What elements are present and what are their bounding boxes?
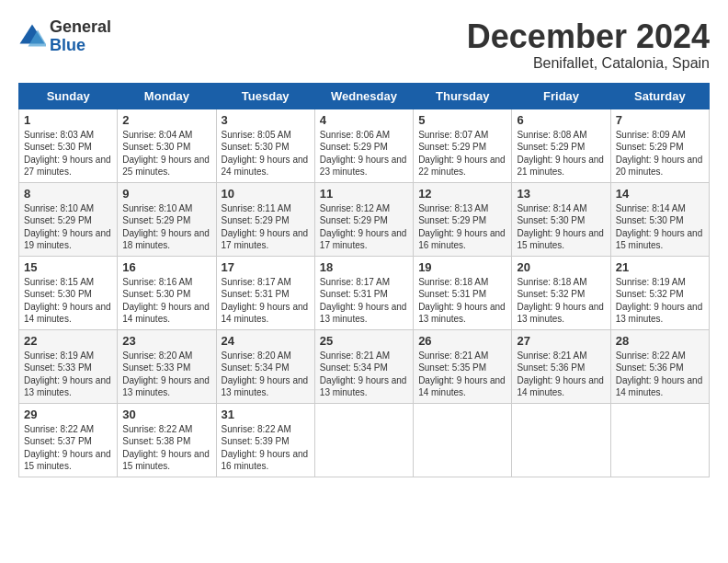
- calendar-week-row: 15 Sunrise: 8:15 AMSunset: 5:30 PMDaylig…: [19, 256, 710, 329]
- day-info: Sunrise: 8:22 AMSunset: 5:39 PMDaylight:…: [222, 423, 310, 473]
- calendar-cell: [610, 403, 709, 477]
- day-info: Sunrise: 8:21 AMSunset: 5:35 PMDaylight:…: [418, 350, 506, 399]
- day-info: Sunrise: 8:06 AMSunset: 5:29 PMDaylight:…: [320, 129, 408, 178]
- day-info: Sunrise: 8:07 AMSunset: 5:29 PMDaylight:…: [418, 129, 506, 178]
- day-info: Sunrise: 8:18 AMSunset: 5:32 PMDaylight:…: [517, 276, 605, 326]
- day-info: Sunrise: 8:17 AMSunset: 5:31 PMDaylight:…: [320, 276, 408, 326]
- day-info: Sunrise: 8:05 AMSunset: 5:30 PMDaylight:…: [222, 129, 310, 178]
- day-number: 27: [517, 334, 605, 348]
- calendar-cell: 2 Sunrise: 8:04 AMSunset: 5:30 PMDayligh…: [118, 109, 216, 182]
- calendar-cell: 3 Sunrise: 8:05 AMSunset: 5:30 PMDayligh…: [216, 109, 314, 182]
- calendar-cell: 28 Sunrise: 8:22 AMSunset: 5:36 PMDaylig…: [610, 329, 709, 403]
- calendar-cell: 1 Sunrise: 8:03 AMSunset: 5:30 PMDayligh…: [19, 109, 118, 182]
- day-number: 21: [616, 260, 704, 274]
- title-area: December 2024 Benifallet, Catalonia, Spa…: [467, 18, 710, 72]
- day-number: 10: [222, 187, 310, 201]
- day-info: Sunrise: 8:22 AMSunset: 5:37 PMDaylight:…: [24, 423, 112, 473]
- calendar-table: SundayMondayTuesdayWednesdayThursdayFrid…: [18, 83, 710, 477]
- calendar-cell: 15 Sunrise: 8:15 AMSunset: 5:30 PMDaylig…: [19, 256, 118, 329]
- calendar-cell: 8 Sunrise: 8:10 AMSunset: 5:29 PMDayligh…: [19, 182, 118, 256]
- day-info: Sunrise: 8:10 AMSunset: 5:29 PMDaylight:…: [24, 202, 112, 252]
- calendar-cell: 31 Sunrise: 8:22 AMSunset: 5:39 PMDaylig…: [216, 403, 314, 477]
- day-number: 28: [616, 334, 704, 348]
- day-info: Sunrise: 8:19 AMSunset: 5:32 PMDaylight:…: [616, 276, 704, 326]
- calendar-cell: 25 Sunrise: 8:21 AMSunset: 5:34 PMDaylig…: [314, 329, 413, 403]
- day-info: Sunrise: 8:15 AMSunset: 5:30 PMDaylight:…: [24, 276, 112, 326]
- weekday-header: Tuesday: [216, 83, 314, 109]
- weekday-header: Thursday: [414, 83, 512, 109]
- day-number: 15: [24, 260, 112, 274]
- calendar-header-row: SundayMondayTuesdayWednesdayThursdayFrid…: [19, 83, 710, 109]
- day-number: 3: [222, 113, 310, 127]
- day-info: Sunrise: 8:14 AMSunset: 5:30 PMDaylight:…: [616, 202, 704, 252]
- logo-icon: [18, 23, 46, 51]
- location-title: Benifallet, Catalonia, Spain: [467, 55, 710, 72]
- calendar-cell: 30 Sunrise: 8:22 AMSunset: 5:38 PMDaylig…: [118, 403, 216, 477]
- day-info: Sunrise: 8:04 AMSunset: 5:30 PMDaylight:…: [122, 129, 210, 178]
- calendar-cell: 4 Sunrise: 8:06 AMSunset: 5:29 PMDayligh…: [314, 109, 413, 182]
- day-number: 25: [320, 334, 408, 348]
- day-info: Sunrise: 8:11 AMSunset: 5:29 PMDaylight:…: [222, 202, 310, 252]
- day-info: Sunrise: 8:10 AMSunset: 5:29 PMDaylight:…: [122, 202, 210, 252]
- day-info: Sunrise: 8:22 AMSunset: 5:36 PMDaylight:…: [616, 350, 704, 399]
- day-number: 12: [418, 187, 506, 201]
- day-number: 2: [122, 113, 210, 127]
- calendar-cell: [314, 403, 413, 477]
- day-number: 9: [122, 187, 210, 201]
- day-number: 17: [222, 260, 310, 274]
- calendar-cell: 24 Sunrise: 8:20 AMSunset: 5:34 PMDaylig…: [216, 329, 314, 403]
- day-number: 5: [418, 113, 506, 127]
- day-info: Sunrise: 8:09 AMSunset: 5:29 PMDaylight:…: [616, 129, 704, 178]
- day-number: 22: [24, 334, 112, 348]
- day-number: 26: [418, 334, 506, 348]
- calendar-cell: 27 Sunrise: 8:21 AMSunset: 5:36 PMDaylig…: [512, 329, 610, 403]
- day-number: 8: [24, 187, 112, 201]
- day-info: Sunrise: 8:18 AMSunset: 5:31 PMDaylight:…: [418, 276, 506, 326]
- day-info: Sunrise: 8:12 AMSunset: 5:29 PMDaylight:…: [320, 202, 408, 252]
- calendar-cell: 13 Sunrise: 8:14 AMSunset: 5:30 PMDaylig…: [512, 182, 610, 256]
- day-info: Sunrise: 8:19 AMSunset: 5:33 PMDaylight:…: [24, 350, 112, 399]
- day-info: Sunrise: 8:17 AMSunset: 5:31 PMDaylight:…: [222, 276, 310, 326]
- day-number: 29: [24, 408, 112, 421]
- day-number: 1: [24, 113, 112, 127]
- calendar-cell: 20 Sunrise: 8:18 AMSunset: 5:32 PMDaylig…: [512, 256, 610, 329]
- calendar-cell: 29 Sunrise: 8:22 AMSunset: 5:37 PMDaylig…: [19, 403, 118, 477]
- day-info: Sunrise: 8:08 AMSunset: 5:29 PMDaylight:…: [517, 129, 605, 178]
- day-number: 20: [517, 260, 605, 274]
- calendar-cell: 22 Sunrise: 8:19 AMSunset: 5:33 PMDaylig…: [19, 329, 118, 403]
- calendar-cell: 6 Sunrise: 8:08 AMSunset: 5:29 PMDayligh…: [512, 109, 610, 182]
- day-info: Sunrise: 8:14 AMSunset: 5:30 PMDaylight:…: [517, 202, 605, 252]
- month-title: December 2024: [467, 18, 710, 55]
- weekday-header: Saturday: [610, 83, 709, 109]
- calendar-cell: 9 Sunrise: 8:10 AMSunset: 5:29 PMDayligh…: [118, 182, 216, 256]
- calendar-cell: 26 Sunrise: 8:21 AMSunset: 5:35 PMDaylig…: [414, 329, 512, 403]
- day-number: 16: [122, 260, 210, 274]
- calendar-cell: 16 Sunrise: 8:16 AMSunset: 5:30 PMDaylig…: [118, 256, 216, 329]
- page-header: General Blue December 2024 Benifallet, C…: [18, 18, 710, 72]
- calendar-week-row: 8 Sunrise: 8:10 AMSunset: 5:29 PMDayligh…: [19, 182, 710, 256]
- day-info: Sunrise: 8:20 AMSunset: 5:33 PMDaylight:…: [122, 350, 210, 399]
- day-info: Sunrise: 8:21 AMSunset: 5:36 PMDaylight:…: [517, 350, 605, 399]
- day-number: 31: [222, 408, 310, 421]
- day-number: 23: [122, 334, 210, 348]
- day-info: Sunrise: 8:21 AMSunset: 5:34 PMDaylight:…: [320, 350, 408, 399]
- day-number: 13: [517, 187, 605, 201]
- calendar-cell: 14 Sunrise: 8:14 AMSunset: 5:30 PMDaylig…: [610, 182, 709, 256]
- calendar-week-row: 29 Sunrise: 8:22 AMSunset: 5:37 PMDaylig…: [19, 403, 710, 477]
- weekday-header: Sunday: [19, 83, 118, 109]
- day-info: Sunrise: 8:13 AMSunset: 5:29 PMDaylight:…: [418, 202, 506, 252]
- day-number: 24: [222, 334, 310, 348]
- calendar-week-row: 1 Sunrise: 8:03 AMSunset: 5:30 PMDayligh…: [19, 109, 710, 182]
- calendar-cell: 17 Sunrise: 8:17 AMSunset: 5:31 PMDaylig…: [216, 256, 314, 329]
- calendar-cell: 5 Sunrise: 8:07 AMSunset: 5:29 PMDayligh…: [414, 109, 512, 182]
- calendar-week-row: 22 Sunrise: 8:19 AMSunset: 5:33 PMDaylig…: [19, 329, 710, 403]
- day-info: Sunrise: 8:22 AMSunset: 5:38 PMDaylight:…: [122, 423, 210, 473]
- weekday-header: Wednesday: [314, 83, 413, 109]
- day-info: Sunrise: 8:03 AMSunset: 5:30 PMDaylight:…: [24, 129, 112, 178]
- day-number: 4: [320, 113, 408, 127]
- weekday-header: Monday: [118, 83, 216, 109]
- calendar-cell: 11 Sunrise: 8:12 AMSunset: 5:29 PMDaylig…: [314, 182, 413, 256]
- day-number: 30: [122, 408, 210, 421]
- logo: General Blue: [18, 18, 111, 55]
- day-number: 18: [320, 260, 408, 274]
